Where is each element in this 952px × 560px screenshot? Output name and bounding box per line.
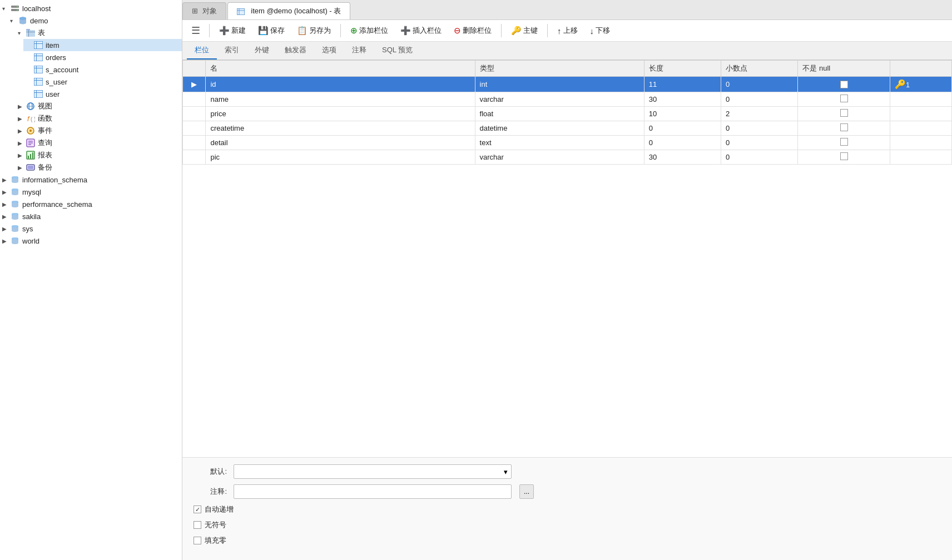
primary-key-button[interactable]: 🔑 主键: [506, 23, 543, 38]
table-row[interactable]: ▶idint110✓🔑1: [183, 77, 952, 92]
field-type-cell[interactable]: text: [475, 136, 644, 150]
move-up-button[interactable]: ↑ 上移: [552, 23, 583, 38]
sidebar-item-sys[interactable]: ▶ sys: [0, 222, 182, 235]
field-name-cell[interactable]: id: [206, 77, 475, 92]
field-decimal-cell[interactable]: 0: [721, 77, 798, 92]
sidebar-item-performance-schema[interactable]: ▶ performance_schema: [0, 198, 182, 210]
sidebar-item-functions[interactable]: ▶ f( ) 函数: [16, 112, 182, 125]
move-down-button[interactable]: ↓ 下移: [585, 23, 616, 38]
hamburger-menu[interactable]: ☰: [187, 23, 205, 38]
not-null-checkbox[interactable]: [840, 95, 848, 102]
sidebar-item-views[interactable]: ▶ 视图: [16, 100, 182, 112]
field-name-cell[interactable]: price: [206, 107, 475, 121]
sidebar-item-user[interactable]: user: [23, 88, 182, 100]
tab-objects[interactable]: ⊞ 对象: [182, 2, 226, 19]
move-down-icon: ↓: [590, 26, 594, 36]
table-row[interactable]: namevarchar300: [183, 92, 952, 107]
field-notnull-cell[interactable]: [798, 136, 890, 150]
delete-col-button[interactable]: ⊖ 删除栏位: [449, 23, 497, 38]
not-null-checkbox[interactable]: [840, 109, 848, 117]
sidebar-item-s-account[interactable]: s_account: [23, 63, 182, 76]
field-name-cell[interactable]: name: [206, 92, 475, 107]
field-key-cell: [890, 121, 952, 136]
auto-increment-checkbox[interactable]: ✓: [194, 506, 201, 513]
comment-ellipsis-button[interactable]: ...: [519, 484, 534, 499]
field-decimal-cell[interactable]: 0: [721, 121, 798, 136]
zerofill-checkbox[interactable]: [194, 537, 201, 544]
sidebar-item-mysql[interactable]: ▶ mysql: [0, 186, 182, 198]
field-length-cell[interactable]: 11: [644, 77, 721, 92]
field-name-cell[interactable]: createtime: [206, 121, 475, 136]
field-notnull-cell[interactable]: [798, 92, 890, 107]
sidebar-item-item[interactable]: item: [23, 39, 182, 51]
not-null-checkbox[interactable]: ✓: [840, 81, 848, 88]
sidebar-item-s-user[interactable]: s_user: [23, 76, 182, 88]
field-notnull-cell[interactable]: [798, 107, 890, 121]
field-notnull-cell[interactable]: [798, 150, 890, 165]
not-null-checkbox[interactable]: [840, 138, 848, 146]
field-notnull-cell[interactable]: [798, 121, 890, 136]
svg-rect-14: [34, 56, 43, 56]
field-length-cell[interactable]: 30: [644, 150, 721, 165]
sidebar-item-tables-group[interactable]: ▾ 表: [16, 27, 182, 39]
table-row[interactable]: createtimedatetime00: [183, 121, 952, 136]
table-row[interactable]: detailtext00: [183, 136, 952, 150]
svg-rect-38: [28, 156, 29, 158]
save-button[interactable]: 💾 保存: [253, 23, 290, 38]
not-null-checkbox[interactable]: [840, 152, 848, 160]
svg-point-52: [12, 225, 18, 227]
sub-tab-foreign-keys[interactable]: 外键: [247, 42, 277, 60]
comment-input[interactable]: [234, 484, 512, 499]
table-row[interactable]: pricefloat102: [183, 107, 952, 121]
default-select[interactable]: ▾: [234, 464, 512, 479]
field-name-cell[interactable]: detail: [206, 136, 475, 150]
unsigned-checkbox[interactable]: [194, 521, 201, 529]
sidebar-item-orders[interactable]: orders: [23, 51, 182, 63]
field-length-cell[interactable]: 30: [644, 92, 721, 107]
field-decimal-cell[interactable]: 0: [721, 92, 798, 107]
sidebar-item-demo[interactable]: ▾ demo: [8, 14, 182, 27]
backups-label: 备份: [38, 162, 52, 172]
sub-tab-indexes[interactable]: 索引: [217, 42, 247, 60]
field-type-cell[interactable]: varchar: [475, 150, 644, 165]
field-length-cell[interactable]: 0: [644, 136, 721, 150]
sidebar-item-backups[interactable]: ▶ 备份: [16, 161, 182, 174]
field-type-cell[interactable]: float: [475, 107, 644, 121]
reports-label: 报表: [38, 150, 52, 160]
svg-rect-23: [34, 92, 43, 93]
sub-tab-columns[interactable]: 栏位: [187, 42, 217, 60]
sidebar-item-queries[interactable]: ▶ 查询: [16, 137, 182, 149]
svg-rect-39: [30, 154, 31, 158]
header-decimal: 小数点: [721, 61, 798, 77]
table-row[interactable]: picvarchar300: [183, 150, 952, 165]
tab-item-table[interactable]: item @demo (localhost) - 表: [227, 2, 351, 19]
sidebar-item-information-schema[interactable]: ▶ information_schema: [0, 174, 182, 186]
field-type-cell[interactable]: datetime: [475, 121, 644, 136]
field-name-cell[interactable]: pic: [206, 150, 475, 165]
demo-label: demo: [30, 17, 48, 25]
sidebar-item-world[interactable]: ▶ world: [0, 235, 182, 247]
sub-tab-triggers[interactable]: 触发器: [277, 42, 314, 60]
field-decimal-cell[interactable]: 0: [721, 136, 798, 150]
save-as-button[interactable]: 📋 另存为: [292, 23, 336, 38]
events-label: 事件: [38, 126, 52, 136]
sub-tab-comment[interactable]: 注释: [344, 42, 374, 60]
field-length-cell[interactable]: 10: [644, 107, 721, 121]
field-length-cell[interactable]: 0: [644, 121, 721, 136]
field-notnull-cell[interactable]: ✓: [798, 77, 890, 92]
field-decimal-cell[interactable]: 0: [721, 150, 798, 165]
sidebar-item-sakila[interactable]: ▶ sakila: [0, 210, 182, 222]
sidebar-item-reports[interactable]: ▶ 报表: [16, 149, 182, 161]
sidebar-item-events[interactable]: ▶ 事件: [16, 125, 182, 137]
sub-tab-options[interactable]: 选项: [314, 42, 344, 60]
not-null-checkbox[interactable]: [840, 123, 848, 131]
sub-tab-sql-preview[interactable]: SQL 预览: [374, 42, 420, 60]
new-button[interactable]: ➕ 新建: [214, 23, 251, 38]
insert-col-button[interactable]: ➕ 插入栏位: [395, 23, 447, 38]
field-type-cell[interactable]: varchar: [475, 92, 644, 107]
move-up-label: 上移: [563, 26, 578, 36]
field-decimal-cell[interactable]: 2: [721, 107, 798, 121]
field-type-cell[interactable]: int: [475, 77, 644, 92]
add-col-button[interactable]: ⊕ 添加栏位: [345, 23, 393, 38]
sidebar-item-localhost[interactable]: ▾ localhost: [0, 2, 182, 14]
